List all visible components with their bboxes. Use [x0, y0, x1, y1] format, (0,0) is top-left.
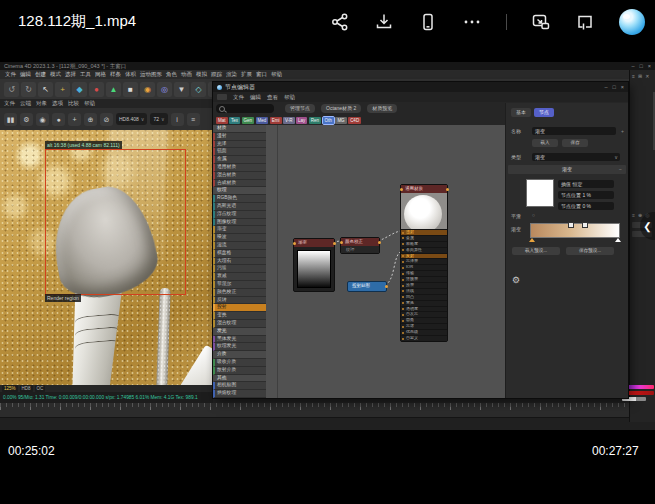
- search-icon: [219, 106, 225, 112]
- window-control-icon: –: [604, 83, 607, 91]
- node-editor-menu-item: 帮助: [284, 94, 295, 101]
- node-editor-titlebar: 节点编辑器 –□×: [213, 82, 628, 92]
- c4d-toolbar-icon: ■: [123, 82, 138, 97]
- color-correct-input: 纹理: [341, 246, 379, 253]
- render-region-stats: alt 16:38 (used 4.88 cam 82.111): [45, 141, 122, 149]
- load-preset-button: 载入预设...: [512, 247, 560, 255]
- node-type-item: 合成材质: [213, 180, 266, 188]
- live-viewer-toolbar-icons: ▮▮⚙◉●+⊕⊘: [4, 113, 113, 126]
- c4d-window-controls: –□×: [631, 62, 651, 70]
- window-control-icon: –: [631, 62, 634, 70]
- node-editor-menu-item: 文件: [233, 94, 244, 101]
- dock-icon: ≡: [632, 73, 635, 79]
- c4d-toolbar-icon: ●: [89, 82, 104, 97]
- category-chip: Emi: [270, 117, 282, 124]
- color-correct-node-header: 颜色校正: [341, 238, 379, 246]
- window-control-icon: ×: [648, 62, 651, 70]
- save-button: 保存: [562, 139, 588, 147]
- c4d-screenshot: Cinema 4D 2023.1.3 - [112期_090_043 *] - …: [0, 62, 655, 430]
- c4d-menu-item: 文件: [5, 71, 16, 78]
- node-type-item: 金属: [213, 156, 266, 164]
- live-viewer-tool-icon: ⊘: [100, 113, 113, 126]
- phone-icon[interactable]: [418, 12, 438, 32]
- video-stage[interactable]: Cinema 4D 2023.1.3 - [112期_090_043 *] - …: [0, 44, 655, 438]
- node-editor-title: 节点编辑器: [225, 82, 255, 92]
- category-chip: Oth: [323, 117, 334, 124]
- divider: [506, 14, 507, 30]
- pip-icon[interactable]: [531, 12, 551, 32]
- live-viewer-menubar: 文件云端对象选项比较帮助: [0, 99, 213, 108]
- viewer-tag: HD8: [20, 385, 33, 392]
- category-chip: Tex: [229, 117, 240, 124]
- more-icon[interactable]: [462, 12, 482, 32]
- c4d-menu-item: 跟踪: [211, 71, 222, 78]
- handle-ring: [74, 313, 122, 328]
- gradient-label: 渐变: [511, 226, 521, 232]
- category-chip: Mat: [216, 117, 228, 124]
- node-type-item: 吸收介质: [213, 359, 266, 367]
- collapse-icon: −: [619, 165, 622, 174]
- node-type-item: 其他: [213, 375, 266, 383]
- app-icon: [217, 85, 222, 90]
- viewer-tag: OC: [35, 385, 46, 392]
- live-viewer-menu-item: 云端: [20, 100, 31, 107]
- smooth-checkbox: ○: [532, 212, 535, 218]
- live-viewer-toolbar: ▮▮⚙◉●+⊕⊘ HD8.408∨ 72∨ i ≡: [0, 108, 213, 130]
- load-button: 载入: [532, 139, 558, 147]
- node-type-item: 混合纹理: [213, 320, 266, 328]
- c4d-menu-item: 运动图形: [140, 71, 162, 78]
- node-type-item: 纹理: [213, 187, 266, 195]
- add-icon: +: [621, 128, 624, 134]
- share-icon[interactable]: [330, 12, 350, 32]
- node-type-item: 烘焙纹理: [213, 390, 266, 398]
- node-type-item: 纹理发光: [213, 343, 266, 351]
- category-chip: C4D: [348, 117, 361, 124]
- c4d-toolbar-icon: ↖: [38, 82, 53, 97]
- node-editor-window-controls: –□×: [604, 83, 624, 91]
- c4d-toolbar-icon: ◆: [72, 82, 87, 97]
- c4d-title-text: Cinema 4D 2023.1.3 - [112期_090_043 *] - …: [4, 63, 126, 69]
- video-title: 128.112期_1.mp4: [18, 12, 136, 31]
- gear-icon: ⚙: [512, 275, 520, 285]
- download-icon[interactable]: [374, 12, 394, 32]
- properties-tab: 基本: [511, 108, 531, 117]
- node-type-item: 材质: [213, 125, 266, 133]
- live-viewer-tool-icon: ⚙: [20, 113, 33, 126]
- c4d-toolbar-icon: ◇: [191, 82, 206, 97]
- gradient-knot: [582, 222, 588, 228]
- projection-node-label: 投射贴图: [348, 282, 386, 290]
- miniplayer-icon[interactable]: [575, 12, 595, 32]
- node-editor-toolbar-pills: 管理节点Octane材质 2材质预览: [285, 104, 397, 113]
- color-swatch: [526, 179, 554, 207]
- gradient-section-header: 渐变−: [508, 165, 626, 174]
- chevron-down-icon: ∨: [614, 154, 618, 160]
- live-viewer-menu-item: 选项: [52, 100, 63, 107]
- node-type-item: 污垢: [213, 265, 266, 273]
- node-type-item: 颜色校正: [213, 289, 266, 297]
- type-dropdown: 渐变: [532, 153, 620, 161]
- handle-ring: [74, 339, 122, 354]
- node-type-item: 变换: [213, 312, 266, 320]
- node-type-item: 噪波: [213, 234, 266, 242]
- node-type-item: 衰减: [213, 273, 266, 281]
- window-control-icon: ×: [621, 83, 624, 91]
- color-correct-node: 颜色校正 纹理: [340, 237, 380, 254]
- type-label: 类型: [511, 154, 521, 160]
- c4d-toolbar-icon: ▼: [174, 82, 189, 97]
- c4d-toolbar-icon: ▲: [106, 82, 121, 97]
- save-preset-button: 保存预设...: [566, 247, 614, 255]
- category-chip: Med: [256, 117, 269, 124]
- c4d-menu-item: 渲染: [226, 71, 237, 78]
- gradient-preview: [297, 250, 331, 288]
- render-region-rectangle: [45, 149, 186, 295]
- smooth-label: 平滑: [511, 213, 521, 219]
- video-player-window: 128.112期_1.mp4: [0, 0, 655, 504]
- chevron-left-icon: ❮: [643, 221, 651, 232]
- material-params: 漫射金属粗糙度各向异性反射光泽层IOR传输薄膜层涂层法线凹凸置换透明度自发光圆角…: [401, 229, 447, 341]
- node-type-item: 投射: [213, 304, 266, 312]
- c4d-right-dock: ≡⊞✕ ≡⊕◎: [629, 70, 655, 422]
- progress-row: 00:25:02 00:27:27: [0, 438, 655, 468]
- avatar[interactable]: [619, 9, 645, 35]
- properties-tabs: 基本节点: [511, 108, 554, 117]
- c4d-toolbar-icon: ↺: [4, 82, 19, 97]
